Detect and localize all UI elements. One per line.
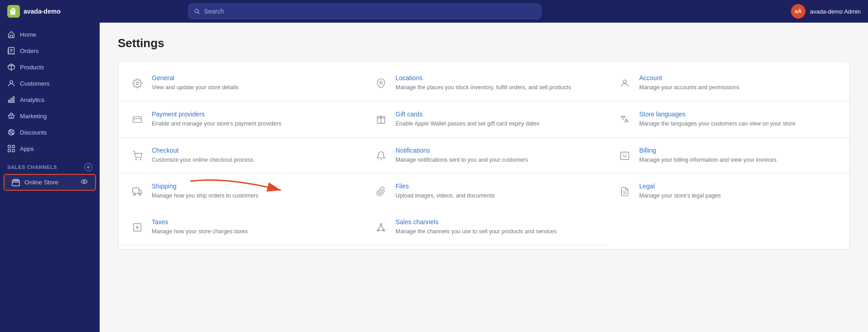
settings-item-store-languages[interactable]: Store languages Manage the languages you… [606,101,849,138]
svg-rect-35 [621,152,629,159]
settings-item-shipping[interactable]: Shipping Manage how you ship orders to c… [118,173,362,209]
account-title: Account [639,74,739,82]
settings-grid: General View and update your store detai… [118,65,849,245]
sales-channels-title: Sales channels [395,218,557,226]
taxes-desc: Manage how your store charges taxes [152,227,248,236]
sidebar-item-analytics[interactable]: Analytics [0,91,100,108]
search-input[interactable] [204,8,535,15]
billing-desc: Manage your billing information and view… [639,156,776,164]
shipping-desc: Manage how you ship orders to customers [152,192,259,200]
sidebar-label-orders: Orders [20,48,39,54]
search-icon [194,8,200,14]
svg-point-28 [623,80,626,83]
sidebar-item-products[interactable]: Products [0,59,100,75]
settings-item-files[interactable]: Files Upload images, videos, and documen… [362,173,606,209]
account-icon [617,75,633,91]
sidebar-label-products: Products [20,64,44,71]
sales-channels-section: Sales Channels + [0,157,100,173]
svg-point-27 [380,81,382,84]
svg-rect-18 [12,145,14,148]
sidebar-label-discounts: Discounts [20,129,47,136]
avatar[interactable]: aA [791,4,805,19]
svg-rect-22 [14,179,19,181]
settings-item-payment[interactable]: Payment providers Enable and manage your… [118,101,362,138]
settings-item-notifications[interactable]: Notifications Manage notifications sent … [362,138,606,174]
legal-title: Legal [639,183,721,190]
svg-rect-20 [12,149,14,152]
settings-item-taxes[interactable]: Taxes Manage how your store charges taxe… [118,209,362,245]
files-title: Files [395,183,495,190]
svg-point-23 [82,180,87,183]
home-icon [7,30,15,38]
svg-rect-40 [133,188,139,193]
taxes-icon [129,219,145,236]
sales-channels-desc: Manage the channels you use to sell your… [395,227,557,236]
shipping-icon [129,183,145,200]
svg-point-33 [135,159,136,160]
svg-rect-12 [13,97,14,103]
topnav-right: aA avada-demo Admin [791,4,861,19]
files-icon [373,183,389,200]
settings-item-locations[interactable]: Locations Manage the places you stock in… [362,65,606,101]
svg-point-41 [134,193,136,196]
store-name: avada-demo [24,8,61,15]
sidebar: Home Orders Products Customers Analytics [0,23,100,332]
gear-icon [129,75,145,91]
svg-rect-17 [8,145,10,148]
checkout-desc: Customize your online checkout process [152,156,253,164]
svg-rect-21 [12,180,19,186]
page-title: Settings [118,36,850,50]
topnav: avada-demo aA avada-demo Admin [0,0,868,23]
customers-icon [7,79,15,87]
settings-item-billing[interactable]: Billing Manage your billing information … [606,138,849,174]
legal-desc: Manage your store's legal pages [639,192,721,200]
general-desc: View and update your store details [152,83,239,92]
sidebar-item-customers[interactable]: Customers [0,75,100,91]
svg-point-26 [136,82,139,85]
settings-item-sales-channels[interactable]: Sales channels Manage the channels you u… [362,209,606,245]
svg-point-9 [10,81,13,83]
sidebar-item-home[interactable]: Home [0,26,100,43]
sidebar-item-online-store[interactable]: Online Store [4,174,96,191]
products-icon [7,63,15,71]
legal-icon [617,183,633,200]
shopify-icon [7,5,20,18]
svg-rect-11 [11,98,12,102]
payment-desc: Enable and manage your store's payment p… [152,120,281,128]
svg-rect-29 [133,116,141,122]
analytics-icon [7,96,15,104]
add-sales-channel-button[interactable]: + [84,163,92,171]
sidebar-item-orders[interactable]: Orders [0,43,100,59]
sidebar-label-analytics: Analytics [20,96,44,103]
orders-icon [7,47,15,55]
settings-item-gift-cards[interactable]: Gift cards Enable Apple Wallet passes an… [362,101,606,138]
store-logo[interactable]: avada-demo [7,5,61,18]
sidebar-item-discounts[interactable]: Discounts [0,124,100,140]
sidebar-label-marketing: Marketing [20,113,47,120]
svg-rect-10 [9,100,10,102]
taxes-title: Taxes [152,218,248,226]
svg-point-42 [139,193,141,196]
discounts-icon [7,128,15,136]
payment-title: Payment providers [152,111,281,118]
settings-item-checkout[interactable]: Checkout Customize your online checkout … [118,138,362,174]
checkout-icon [129,148,145,164]
sidebar-item-marketing[interactable]: Marketing [0,108,100,124]
account-desc: Manage your accounts and permissions [639,83,739,92]
svg-rect-19 [8,149,10,152]
online-store-label: Online Store [24,179,58,186]
settings-item-general[interactable]: General View and update your store detai… [118,65,362,101]
settings-item-legal[interactable]: Legal Manage your store's legal pages [606,173,849,209]
settings-card: General View and update your store detai… [118,61,850,250]
gift-cards-title: Gift cards [395,111,540,118]
search-bar[interactable] [188,4,541,19]
sales-channels-icon [373,219,389,236]
bell-icon [373,148,389,164]
sidebar-item-apps[interactable]: Apps [0,140,100,157]
admin-name: avada-demo Admin [810,8,861,15]
svg-point-37 [623,154,623,155]
store-languages-desc: Manage the languages your customers can … [639,120,796,128]
settings-item-account[interactable]: Account Manage your accounts and permiss… [606,65,849,101]
svg-point-13 [11,117,12,118]
svg-line-1 [198,12,200,14]
